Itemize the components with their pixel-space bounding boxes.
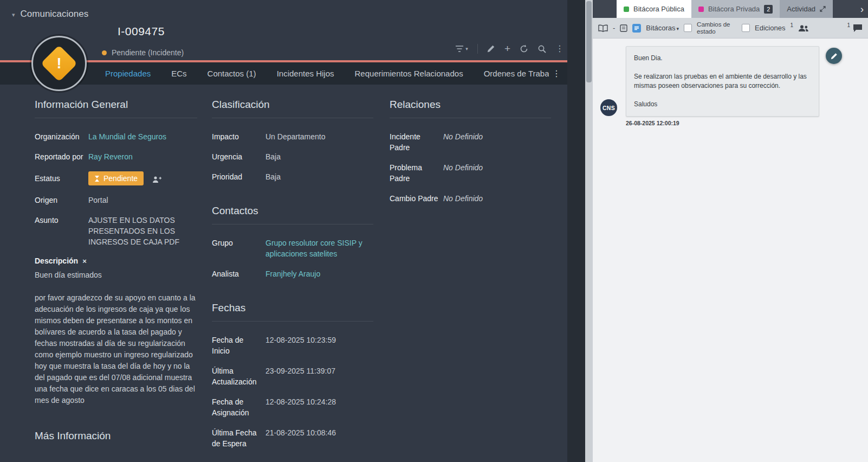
descripcion-body: por favor agradezco de su apoyo en cuant… [35,292,197,406]
new-note-button[interactable] [826,48,842,64]
chat-bubble-icon[interactable] [853,24,863,33]
breadcrumb[interactable]: ▾ Comunicaciones [12,9,88,20]
status-pendiente-button[interactable]: Pendiente [88,171,144,185]
header-toolbar: ▾ + ⋮ [455,43,564,54]
column-clasificacion: Clasificación Impacto Un Departamento Ur… [212,99,373,458]
field-organizacion: Organización La Mundial de Seguros [35,131,197,142]
field-asunto-label: Asunto [35,215,88,247]
tab-strip-rest: › [833,0,868,18]
field-ultima-fecha-espera: Última Fecha de Espera 21-08-2025 10:08:… [212,427,373,449]
field-origen-label: Origen [35,195,88,206]
field-problema-padre: Problema Padre No Definido [390,162,551,184]
collapse-caret-icon[interactable]: ▾ [12,11,15,18]
incident-id: I-009475 [118,25,165,38]
bitacora-tab-strip: Bitácora Pública Bitácora Privada 2 Acti… [593,0,868,18]
grupo-link[interactable]: Grupo resolutor core SISIP y aplicacione… [265,238,373,259]
field-analista: Analista Franjhely Araujo [212,268,373,279]
tabs-next-icon[interactable]: › [860,4,864,14]
field-cambio-padre-label: Cambio Padre [390,193,443,204]
section-title-clasificacion: Clasificación [212,99,373,118]
field-fecha-inicio-label: Fecha de Inicio [212,335,265,356]
column-relaciones: Relaciones Incidente Padre No Definido P… [390,99,551,213]
field-estatus-label: Estatus [35,173,88,184]
field-ultima-actualizacion-label: Última Actualización [212,365,265,387]
vertical-scrollbar[interactable] [585,0,593,462]
field-analista-label: Analista [212,268,265,279]
list-icon[interactable] [620,24,627,32]
field-ultima-fecha-espera-label: Última Fecha de Espera [212,427,265,449]
incident-type-warning-icon: ! [31,36,87,91]
people-icon[interactable] [798,24,809,32]
field-prioridad: Prioridad Baja [212,171,373,182]
toolbar-divider [477,44,478,54]
field-impacto-label: Impacto [212,131,265,142]
more-options-icon[interactable]: ⋮ [555,44,564,53]
dropdown-caret-icon: ▾ [677,26,679,31]
log-message-line-3: Saludos [634,100,811,109]
avatar: CNS [600,99,617,116]
edit-icon[interactable] [487,44,495,53]
field-prioridad-label: Prioridad [212,171,265,182]
tab-bitacora-publica-label: Bitácora Pública [633,5,684,13]
tab-ecs[interactable]: ECs [161,62,197,85]
field-urgencia: Urgencia Baja [212,151,373,162]
ediciones-count: 1 [790,22,793,28]
field-incidente-padre: Incidente Padre No Definido [390,131,551,153]
breadcrumb-label: Comunicaciones [21,9,89,20]
ediciones-checkbox[interactable] [742,24,750,32]
field-asunto: Asunto AJUSTE EN LOS DATOS PRESENTADOS E… [35,215,197,247]
cambios-estado-checkbox[interactable] [684,24,692,32]
ultima-actualizacion-value: 23-09-2025 11:39:07 [265,365,373,387]
ediciones-label: Ediciones [755,24,785,32]
add-icon[interactable]: + [504,43,510,54]
log-timestamp: 26-08-2025 12:00:19 [626,120,819,126]
field-impacto: Impacto Un Departamento [212,131,373,142]
section-title-informacion-general: Información General [35,99,197,118]
search-icon[interactable] [537,44,546,53]
bitacoras-dropdown-label: Bitácoras [646,24,675,32]
organizacion-link[interactable]: La Mundial de Seguros [88,131,197,142]
field-origen: Origen Portal [35,195,197,206]
bitacoras-dropdown[interactable]: Bitácoras▾ [646,24,679,32]
impacto-value: Un Departamento [265,131,373,142]
field-grupo-label: Grupo [212,238,265,259]
private-log-icon [698,7,704,12]
problema-padre-value: No Definido [443,162,551,184]
analista-link[interactable]: Franjhely Araujo [265,268,373,279]
toolbar-right-group: 1 [847,24,863,33]
incidente-padre-value: No Definido [443,131,551,153]
scrollbar-thumb[interactable] [586,1,592,82]
origen-value: Portal [88,195,197,206]
bitacora-panel: Bitácora Pública Bitácora Privada 2 Acti… [593,0,868,462]
incident-status-line: Pendiente (Incidente) [102,48,184,57]
tab-actividad[interactable]: Actividad [780,0,833,18]
private-log-count-badge: 2 [764,5,773,14]
tab-bitacora-privada[interactable]: Bitácora Privada 2 [691,0,780,18]
comments-count: 1 [847,22,850,28]
tab-ordenes-de-trabajo[interactable]: Ordenes de Traba [474,62,560,85]
tab-contactos[interactable]: Contactos (1) [197,62,267,85]
tab-requerimientos-relacionados[interactable]: Requerimientos Relacionados [345,62,474,85]
hourglass-icon [94,175,100,182]
reportado-link[interactable]: Ray Reveron [88,151,197,162]
tab-propiedades[interactable]: Propiedades [95,62,161,85]
bitacora-content: CNS Buen Dia. Se realizaron las pruebas … [593,39,868,462]
book-icon[interactable] [598,24,608,32]
log-type-icon[interactable] [632,24,641,33]
urgencia-value: Baja [265,151,373,162]
section-title-fechas: Fechas [212,302,373,322]
log-message-card: Buen Dia. Se realizaron las pruebas en e… [626,46,819,117]
tab-incidentes-hijos[interactable]: Incidentes Hijos [267,62,345,85]
fecha-asignacion-value: 12-08-2025 10:24:28 [265,396,373,418]
tabs-overflow-icon[interactable]: ⋮ [549,62,564,85]
filter-icon[interactable]: ▾ [455,45,468,53]
assign-user-icon[interactable] [152,176,162,184]
tab-bitacora-publica[interactable]: Bitácora Pública [617,0,691,18]
field-fecha-inicio: Fecha de Inicio 12-08-2025 10:23:59 [212,335,373,356]
refresh-icon[interactable] [520,44,528,53]
collapse-description-icon[interactable]: × [82,258,87,265]
dash-separator: - [613,24,615,32]
asunto-value: AJUSTE EN LOS DATOS PRESENTADOS EN LOS I… [88,215,197,247]
field-organizacion-label: Organización [35,131,88,142]
pencil-icon [831,53,838,60]
